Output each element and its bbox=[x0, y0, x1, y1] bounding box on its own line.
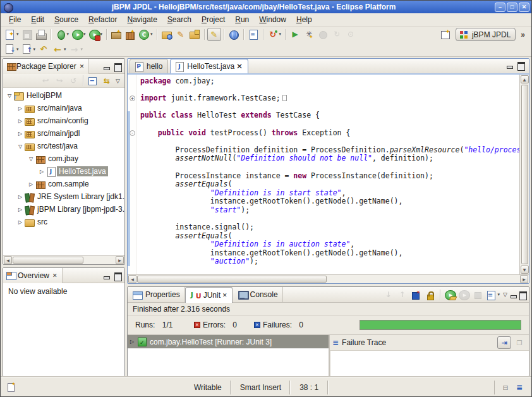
collapse-icon[interactable]: ▽ bbox=[6, 93, 13, 99]
tree-item-src-main-jpdl[interactable]: ▷src/main/jpdl bbox=[3, 127, 124, 140]
tree-item-jbpm-library-jbpm-jpdl-3-2[interactable]: ▷jBPM Library [jbpm-jpdl-3.2. bbox=[3, 203, 124, 216]
scroll-left-icon[interactable]: ◀ bbox=[128, 275, 136, 283]
maximize-view-icon[interactable] bbox=[113, 63, 122, 70]
maximize-view-icon[interactable] bbox=[113, 272, 122, 279]
minimize-view-icon[interactable] bbox=[509, 291, 518, 298]
tree-item-src-main-java[interactable]: ▷src/main/java bbox=[3, 102, 124, 114]
task-list-button[interactable] bbox=[246, 28, 260, 41]
menu-run[interactable]: Run bbox=[230, 14, 254, 26]
pe-hscroll-thumb[interactable] bbox=[13, 257, 83, 264]
dropdown-arrow-icon[interactable]: ▾ bbox=[279, 32, 282, 37]
tree-item-jre-system-library-jdk1-5[interactable]: ▷JRE System Library [jdk1.5. bbox=[3, 190, 124, 203]
dropdown-arrow-icon[interactable]: ▾ bbox=[16, 47, 19, 52]
expand-icon[interactable]: ▷ bbox=[16, 207, 24, 212]
scroll-right-icon[interactable]: ▶ bbox=[520, 275, 528, 283]
close-icon[interactable]: ✕ bbox=[222, 292, 227, 298]
expand-icon[interactable]: ▷ bbox=[16, 194, 24, 200]
scroll-down-icon[interactable]: ▼ bbox=[521, 266, 529, 274]
run-last-test-button[interactable] bbox=[288, 28, 302, 41]
editor-presentation-icon[interactable] bbox=[500, 382, 511, 393]
back-button[interactable]: ▾ bbox=[51, 42, 68, 56]
menu-edit[interactable]: Edit bbox=[26, 14, 49, 26]
history-button[interactable]: ▾ bbox=[485, 288, 502, 302]
run-external-tools-button[interactable]: ▾ bbox=[87, 28, 104, 41]
dropdown-arrow-icon[interactable]: ▾ bbox=[150, 32, 153, 37]
close-icon[interactable]: ✕ bbox=[52, 272, 57, 279]
expand-icon[interactable]: ▷ bbox=[27, 181, 35, 187]
menu-refactor[interactable]: Refactor bbox=[83, 14, 122, 26]
tab-junit[interactable]: JUnit✕ bbox=[185, 287, 233, 303]
open-archive-button[interactable] bbox=[188, 28, 202, 41]
dropdown-arrow-icon[interactable]: ▾ bbox=[100, 32, 103, 37]
dropdown-arrow-icon[interactable]: ▾ bbox=[67, 32, 70, 37]
editor-tab-hello[interactable]: hello bbox=[130, 59, 168, 73]
menu-file[interactable]: File bbox=[4, 14, 26, 26]
close-button[interactable]: ✕ bbox=[519, 3, 529, 12]
menu-source[interactable]: Source bbox=[49, 14, 83, 26]
tree-item-src-main-config[interactable]: ▷src/main/config bbox=[3, 114, 124, 127]
team-synchronize-button[interactable]: ▾ bbox=[266, 28, 283, 41]
maximize-view-icon[interactable] bbox=[518, 291, 527, 298]
expand-icon[interactable]: ▷ bbox=[16, 106, 24, 111]
print-button[interactable] bbox=[34, 28, 48, 41]
collapse-all-button[interactable] bbox=[86, 75, 100, 87]
open-perspective-button[interactable] bbox=[439, 28, 453, 41]
new-java-project-button[interactable] bbox=[109, 28, 123, 41]
tree-item-src-test-java[interactable]: ▽src/test/java bbox=[3, 140, 124, 152]
failures-only-button[interactable] bbox=[409, 288, 423, 302]
menu-window[interactable]: Window bbox=[254, 14, 291, 26]
menu-project[interactable]: Project bbox=[196, 14, 230, 26]
tree-item-hellojbpm[interactable]: ▽HellojBPM bbox=[3, 89, 124, 102]
tree-item-src[interactable]: ▷src bbox=[3, 216, 124, 228]
fold-expand-icon[interactable]: + bbox=[130, 95, 135, 101]
test-result-row[interactable]: ▷ com.jbay.HelloTest [Runner: JUnit 3] bbox=[128, 335, 329, 348]
layout-icon[interactable] bbox=[514, 382, 525, 393]
maximize-view-icon[interactable] bbox=[516, 61, 525, 69]
view-menu-icon[interactable]: ▽ bbox=[501, 291, 509, 298]
scroll-left-icon[interactable]: ◀ bbox=[4, 256, 12, 264]
perspective-overflow-chevron[interactable]: » bbox=[518, 30, 528, 39]
new-wizard-button[interactable]: ▾ bbox=[3, 28, 20, 41]
pe-horizontal-scrollbar[interactable]: ◀ ▶ bbox=[3, 255, 124, 264]
menu-search[interactable]: Search bbox=[162, 14, 196, 26]
expand-icon[interactable]: ▷ bbox=[16, 118, 24, 124]
dropdown-arrow-icon[interactable]: ▾ bbox=[498, 292, 500, 297]
tab-overview[interactable]: Overview ✕ bbox=[3, 268, 63, 283]
collapse-icon[interactable]: ▽ bbox=[16, 144, 24, 149]
fast-view-icon[interactable] bbox=[6, 382, 17, 393]
mark-occurrences-button[interactable] bbox=[207, 28, 221, 41]
editor-vscroll-thumb[interactable] bbox=[521, 85, 528, 264]
minimize-view-icon[interactable] bbox=[505, 61, 514, 69]
web-browser-button[interactable] bbox=[227, 28, 241, 41]
minimize-view-icon[interactable] bbox=[102, 272, 111, 279]
dropdown-arrow-icon[interactable]: ▾ bbox=[64, 47, 66, 52]
scroll-up-icon[interactable]: ▲ bbox=[521, 75, 529, 83]
menu-navigate[interactable]: Navigate bbox=[122, 14, 162, 26]
close-icon[interactable]: ✕ bbox=[236, 62, 243, 71]
collapsed-region-icon[interactable] bbox=[282, 95, 287, 101]
editor-hscroll-thumb[interactable] bbox=[137, 276, 327, 283]
scroll-lock-button[interactable] bbox=[423, 288, 437, 302]
trace-filter-button[interactable] bbox=[497, 336, 511, 349]
open-process-definition-button[interactable] bbox=[160, 28, 174, 41]
link-with-editor-button[interactable] bbox=[100, 75, 114, 87]
dropdown-arrow-icon[interactable]: ▾ bbox=[81, 47, 83, 52]
close-icon[interactable]: ✕ bbox=[80, 63, 85, 70]
menu-help[interactable]: Help bbox=[291, 14, 317, 26]
create-process-button[interactable] bbox=[174, 28, 188, 41]
debug-button[interactable]: ▾ bbox=[54, 28, 71, 41]
tab-package-explorer[interactable]: Package Explorer ✕ bbox=[3, 59, 89, 74]
run-button[interactable]: ▾ bbox=[70, 28, 87, 41]
expand-icon[interactable]: ▷ bbox=[128, 339, 136, 345]
prev-annotation-button[interactable]: ▾ bbox=[20, 42, 37, 56]
dropdown-arrow-icon[interactable]: ▾ bbox=[33, 47, 36, 52]
rerun-test-button[interactable] bbox=[443, 288, 457, 302]
editor-vertical-scrollbar[interactable]: ▲ ▼ bbox=[519, 75, 529, 274]
perspective-jbpm-jpdl-button[interactable]: jBPM JPDL bbox=[456, 28, 516, 41]
expand-icon[interactable]: ▷ bbox=[16, 131, 24, 137]
editor-horizontal-scrollbar[interactable]: ◀ ▶ bbox=[128, 274, 529, 283]
new-test-wizard-button[interactable] bbox=[302, 28, 316, 41]
minimize-button[interactable]: – bbox=[495, 3, 505, 12]
tab-properties[interactable]: Properties bbox=[128, 287, 185, 303]
collapse-icon[interactable]: ▽ bbox=[27, 156, 35, 162]
